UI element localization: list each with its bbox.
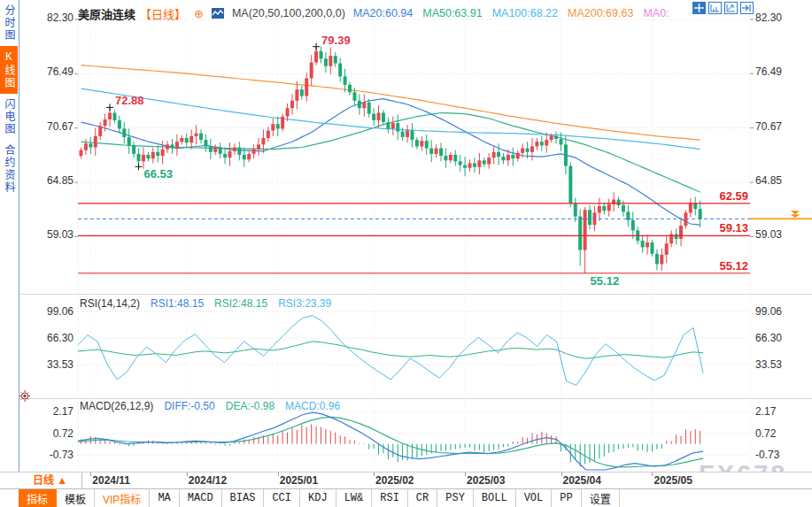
candle[interactable] <box>415 140 419 146</box>
candle[interactable] <box>679 226 683 239</box>
toolbar-tab-RSI[interactable]: RSI <box>372 489 408 507</box>
toolbar-tab-指标[interactable]: 指标 <box>19 489 57 507</box>
candle[interactable] <box>660 255 663 265</box>
candle[interactable] <box>348 85 352 92</box>
candle[interactable] <box>223 154 227 157</box>
candle[interactable] <box>185 138 189 142</box>
candle[interactable] <box>406 131 409 137</box>
candle[interactable] <box>473 163 476 166</box>
sidebar-item-分时图[interactable]: 分时图 <box>0 0 18 46</box>
candle[interactable] <box>338 64 342 77</box>
candle[interactable] <box>281 117 284 129</box>
candle[interactable] <box>146 155 150 158</box>
candle[interactable] <box>453 155 457 161</box>
sidebar-item-合约资料[interactable]: 合约资料 <box>0 140 18 198</box>
candle[interactable] <box>516 153 520 158</box>
candle[interactable] <box>180 138 183 142</box>
toolbar-tab-CR[interactable]: CR <box>408 489 437 507</box>
candle[interactable] <box>574 204 577 217</box>
toolbar-tab-PP[interactable]: PP <box>552 489 581 507</box>
candle[interactable] <box>483 160 486 164</box>
candle[interactable] <box>358 101 361 108</box>
candle[interactable] <box>487 157 491 164</box>
candle[interactable] <box>228 151 232 157</box>
candle[interactable] <box>521 149 524 153</box>
candle[interactable] <box>568 166 572 204</box>
candle[interactable] <box>602 206 606 211</box>
candle[interactable] <box>151 152 155 158</box>
candle[interactable] <box>386 122 390 128</box>
pan-icon[interactable] <box>692 2 706 14</box>
candle[interactable] <box>655 254 659 265</box>
candle[interactable] <box>344 76 347 84</box>
candle[interactable] <box>622 205 625 211</box>
candle[interactable] <box>122 128 126 136</box>
candle[interactable] <box>545 140 548 145</box>
candle[interactable] <box>550 136 553 140</box>
candle[interactable] <box>98 126 102 136</box>
toolbar-tab-PSY[interactable]: PSY <box>437 489 474 507</box>
candle[interactable] <box>261 138 265 144</box>
candle[interactable] <box>420 141 423 146</box>
candle[interactable] <box>362 103 366 108</box>
candle[interactable] <box>535 142 538 146</box>
candle[interactable] <box>588 210 592 225</box>
candle[interactable] <box>401 132 405 137</box>
sidebar-item-闪电图[interactable]: 闪电图 <box>0 94 18 140</box>
candle[interactable] <box>305 78 308 96</box>
candle[interactable] <box>429 149 433 154</box>
toolbar-tab-CCI[interactable]: CCI <box>264 489 300 507</box>
candle[interactable] <box>650 242 653 254</box>
candle[interactable] <box>213 148 217 152</box>
candle[interactable] <box>410 131 414 141</box>
alarm-icon[interactable] <box>19 390 30 404</box>
toolbar-tab-VIP指标[interactable]: VIP指标 <box>95 489 150 507</box>
candle[interactable] <box>689 204 692 213</box>
candle[interactable] <box>166 144 169 149</box>
candle[interactable] <box>324 58 328 65</box>
candle[interactable] <box>578 217 582 250</box>
candle[interactable] <box>195 134 198 136</box>
candle[interactable] <box>108 113 112 119</box>
candle[interactable] <box>112 113 116 120</box>
candle[interactable] <box>584 210 587 250</box>
period-selector[interactable]: 日线 ▲ <box>19 472 82 488</box>
toolbar-tab-BOLL[interactable]: BOLL <box>474 489 516 507</box>
candle[interactable] <box>463 165 467 168</box>
axis-scale-icon[interactable] <box>708 2 722 14</box>
add-circle-icon[interactable]: ⊕ <box>194 8 204 19</box>
candle[interactable] <box>237 148 241 155</box>
toolbar-tab-BIAS[interactable]: BIAS <box>222 489 265 507</box>
toolbar-tab-MA[interactable]: MA <box>150 489 179 507</box>
candle[interactable] <box>607 204 611 211</box>
candle[interactable] <box>290 101 294 108</box>
candle[interactable] <box>439 149 443 156</box>
candle[interactable] <box>320 51 323 58</box>
candle[interactable] <box>209 146 213 151</box>
candle[interactable] <box>391 123 395 128</box>
candle[interactable] <box>137 154 141 161</box>
toolbar-tab-LW&[interactable]: LW& <box>336 489 373 507</box>
candle[interactable] <box>89 143 92 147</box>
candle[interactable] <box>243 155 246 159</box>
candle[interactable] <box>507 155 510 160</box>
toolbar-tab-MACD[interactable]: MACD <box>180 489 222 507</box>
candle[interactable] <box>247 154 251 159</box>
candle[interactable] <box>693 204 697 209</box>
candle[interactable] <box>104 119 107 126</box>
candle[interactable] <box>396 123 399 131</box>
candle[interactable] <box>170 144 174 148</box>
candle[interactable] <box>286 108 290 116</box>
candle[interactable] <box>459 161 462 165</box>
candle[interactable] <box>526 149 530 152</box>
candle[interactable] <box>367 103 371 114</box>
candle[interactable] <box>295 89 298 101</box>
candle[interactable] <box>252 150 256 154</box>
macd-formula[interactable]: MACD(26,12,9) <box>80 400 153 412</box>
candle[interactable] <box>372 114 375 120</box>
candle[interactable] <box>175 142 179 148</box>
candle[interactable] <box>377 113 381 120</box>
candle[interactable] <box>204 140 207 146</box>
candle[interactable] <box>329 56 332 66</box>
candle[interactable] <box>598 206 601 212</box>
